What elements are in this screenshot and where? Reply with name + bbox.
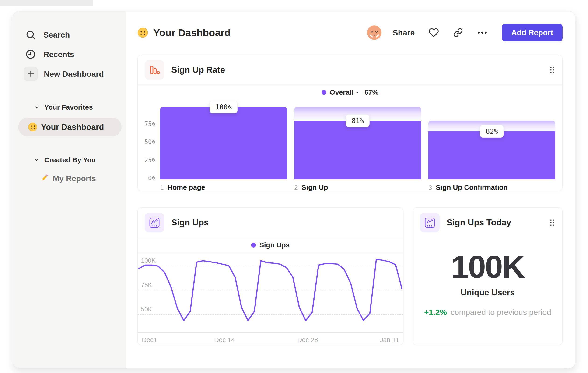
favorite-heart-button[interactable] xyxy=(429,28,439,38)
sidebar-section-your-favorites[interactable]: Your Favorites xyxy=(13,102,126,113)
search-icon xyxy=(24,28,37,41)
legend-separator: • xyxy=(356,89,358,96)
sidebar-item-label: Your Dashboard xyxy=(41,122,104,132)
sidebar-item-search[interactable]: Search xyxy=(13,25,126,45)
smiley-emoji-icon xyxy=(137,27,148,38)
delta-caption: compared to previous period xyxy=(451,308,551,317)
funnel-chart-icon xyxy=(145,60,164,80)
plus-icon xyxy=(24,67,38,81)
step-name: Sign Up Confirmation xyxy=(436,183,508,192)
sign-ups-today-card: Sign Ups Today 100K Unique Users +1.2% c… xyxy=(413,208,563,345)
step-label: 3 Sign Up Confirmation xyxy=(428,183,555,192)
card-header: Sign Up Rate xyxy=(138,55,562,85)
chevron-down-icon xyxy=(34,157,40,163)
step-name: Home page xyxy=(168,183,205,192)
funnel-bars: 100% 81% 82% xyxy=(160,101,555,179)
sidebar-item-label: New Dashboard xyxy=(44,70,104,79)
avatar[interactable] xyxy=(367,25,381,40)
page-header: Your Dashboard Share xyxy=(137,23,563,42)
section-header-label: Created By You xyxy=(44,156,96,164)
sidebar-item-my-reports[interactable]: My Reports xyxy=(13,171,126,185)
x-tick-label: Jan 11 xyxy=(380,336,399,344)
conversion-badge: 81% xyxy=(346,114,370,127)
x-tick-label: Dec1 xyxy=(142,336,157,344)
step-number: 2 xyxy=(294,184,298,192)
section-header-label: Your Favorites xyxy=(44,103,93,111)
card-title: Sign Ups Today xyxy=(447,218,511,228)
sidebar-item-label: Recents xyxy=(43,50,74,59)
card-title: Sign Up Rate xyxy=(171,65,225,75)
card-header: Sign Ups Today xyxy=(413,208,562,238)
app-window: Search Recents New Dashboard xyxy=(13,11,575,368)
drag-handle-icon[interactable] xyxy=(549,218,555,227)
funnel-bar[interactable] xyxy=(428,131,555,179)
step-number: 3 xyxy=(428,184,432,192)
step-label: 1 Home page xyxy=(160,183,287,192)
card-header: Sign Ups xyxy=(138,208,403,238)
legend-value: 67% xyxy=(365,88,378,96)
sidebar: Search Recents New Dashboard xyxy=(13,11,126,368)
y-tick-label: 0% xyxy=(148,175,155,181)
pencil-emoji-icon xyxy=(39,173,49,183)
delta-value: +1.2% xyxy=(424,308,447,317)
card-title: Sign Ups xyxy=(171,218,209,228)
step-name: Sign Up xyxy=(302,183,328,192)
legend-label: Overall xyxy=(330,88,354,96)
background-window-strip xyxy=(0,0,93,6)
funnel-legend: Overall • 67% xyxy=(138,85,562,100)
metric-caption: Unique Users xyxy=(413,288,562,297)
sidebar-item-new-dashboard[interactable]: New Dashboard xyxy=(13,64,126,84)
funnel-step-home-page[interactable]: 100% xyxy=(160,101,287,179)
more-options-button[interactable] xyxy=(477,28,487,38)
page-title: Your Dashboard xyxy=(153,27,231,39)
step-number: 1 xyxy=(160,184,164,192)
sidebar-section-created-by-you[interactable]: Created By You xyxy=(13,155,126,165)
x-tick-label: Dec 14 xyxy=(214,336,235,344)
clock-icon xyxy=(24,48,37,61)
line-chart-icon xyxy=(145,213,164,232)
funnel-y-axis: 75% 50% 25% 0% xyxy=(138,101,160,179)
y-tick-label: 50% xyxy=(144,139,155,145)
funnel-step-sign-up-confirmation[interactable]: 82% xyxy=(428,101,555,179)
smiley-emoji-icon xyxy=(28,122,37,132)
drag-handle-icon[interactable] xyxy=(549,66,555,74)
line-chart-plot[interactable]: 100K 75K 50K xyxy=(138,252,403,333)
funnel-chart: 75% 50% 25% 0% 100% 81% xyxy=(138,100,562,179)
y-tick-label: 25% xyxy=(144,157,155,164)
metric-value: 100K xyxy=(413,248,562,285)
sign-ups-card: Sign Ups Sign Ups 100K 75K 50K xyxy=(137,208,403,345)
line-legend: Sign Ups xyxy=(138,238,403,252)
sidebar-item-label: My Reports xyxy=(53,174,96,183)
sidebar-item-your-dashboard[interactable]: Your Dashboard xyxy=(18,118,122,136)
main-content: Your Dashboard Share xyxy=(126,11,575,368)
step-label: 2 Sign Up xyxy=(294,183,421,192)
line-chart-icon xyxy=(420,213,440,232)
conversion-badge: 100% xyxy=(210,101,238,113)
legend-label: Sign Ups xyxy=(259,241,290,249)
conversion-badge: 82% xyxy=(480,125,504,138)
share-button[interactable]: Share xyxy=(393,28,415,37)
sign-up-rate-card: Sign Up Rate Overall • 67% 75% xyxy=(137,55,563,191)
legend-dot xyxy=(251,243,256,248)
funnel-bar[interactable] xyxy=(160,107,287,179)
sidebar-item-recents[interactable]: Recents xyxy=(13,45,126,64)
line-chart-x-axis: Dec1 Dec 14 Dec 28 Jan 11 xyxy=(138,333,403,344)
chevron-down-icon xyxy=(34,104,40,110)
funnel-bar[interactable] xyxy=(294,121,421,179)
x-tick-label: Dec 28 xyxy=(297,336,318,344)
legend-dot xyxy=(322,90,326,95)
funnel-step-labels: 1 Home page 2 Sign Up 3 Sign Up Confirma… xyxy=(138,179,562,192)
sidebar-item-label: Search xyxy=(43,30,70,40)
funnel-step-sign-up[interactable]: 81% xyxy=(294,101,421,179)
metric-delta-row: +1.2% compared to previous period xyxy=(413,308,562,317)
copy-link-button[interactable] xyxy=(453,28,463,38)
add-report-button[interactable]: Add Report xyxy=(502,24,563,41)
y-tick-label: 75% xyxy=(144,121,155,128)
